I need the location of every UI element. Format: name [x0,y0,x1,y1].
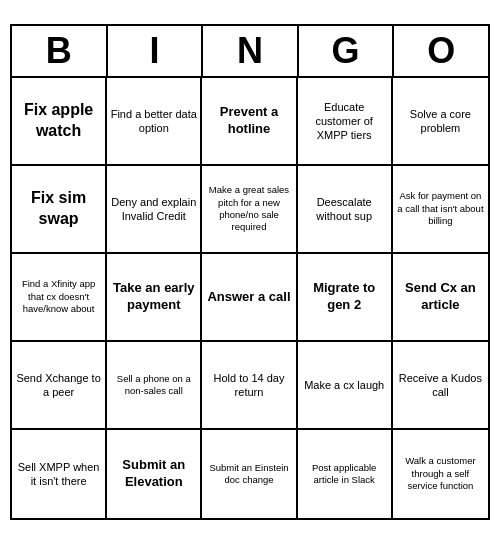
bingo-card: B I N G O Fix apple watchFind a better d… [10,24,490,520]
bingo-cell-9[interactable]: Ask for payment on a call that isn't abo… [393,166,488,254]
bingo-cell-1[interactable]: Find a better data option [107,78,202,166]
bingo-cell-23[interactable]: Post applicable article in Slack [298,430,393,518]
bingo-cell-5[interactable]: Fix sim swap [12,166,107,254]
bingo-cell-2[interactable]: Prevent a hotline [202,78,297,166]
bingo-cell-0[interactable]: Fix apple watch [12,78,107,166]
bingo-grid: Fix apple watchFind a better data option… [12,78,488,518]
bingo-cell-15[interactable]: Send Xchange to a peer [12,342,107,430]
bingo-cell-10[interactable]: Find a Xfinity app that cx doesn't have/… [12,254,107,342]
bingo-cell-4[interactable]: Solve a core problem [393,78,488,166]
bingo-cell-21[interactable]: Submit an Elevation [107,430,202,518]
bingo-cell-13[interactable]: Migrate to gen 2 [298,254,393,342]
bingo-cell-18[interactable]: Make a cx laugh [298,342,393,430]
bingo-cell-16[interactable]: Sell a phone on a non-sales call [107,342,202,430]
bingo-header: B I N G O [12,26,488,78]
letter-o: O [394,26,488,76]
bingo-cell-22[interactable]: Submit an Einstein doc change [202,430,297,518]
letter-i: I [108,26,204,76]
bingo-cell-6[interactable]: Deny and explain Invalid Credit [107,166,202,254]
letter-g: G [299,26,395,76]
bingo-cell-24[interactable]: Walk a customer through a self service f… [393,430,488,518]
letter-b: B [12,26,108,76]
bingo-cell-7[interactable]: Make a great sales pitch for a new phone… [202,166,297,254]
bingo-cell-8[interactable]: Deescalate without sup [298,166,393,254]
bingo-cell-17[interactable]: Hold to 14 day return [202,342,297,430]
bingo-cell-20[interactable]: Sell XMPP when it isn't there [12,430,107,518]
bingo-cell-11[interactable]: Take an early payment [107,254,202,342]
bingo-cell-14[interactable]: Send Cx an article [393,254,488,342]
bingo-cell-12[interactable]: Answer a call [202,254,297,342]
bingo-cell-3[interactable]: Educate customer of XMPP tiers [298,78,393,166]
bingo-cell-19[interactable]: Receive a Kudos call [393,342,488,430]
letter-n: N [203,26,299,76]
